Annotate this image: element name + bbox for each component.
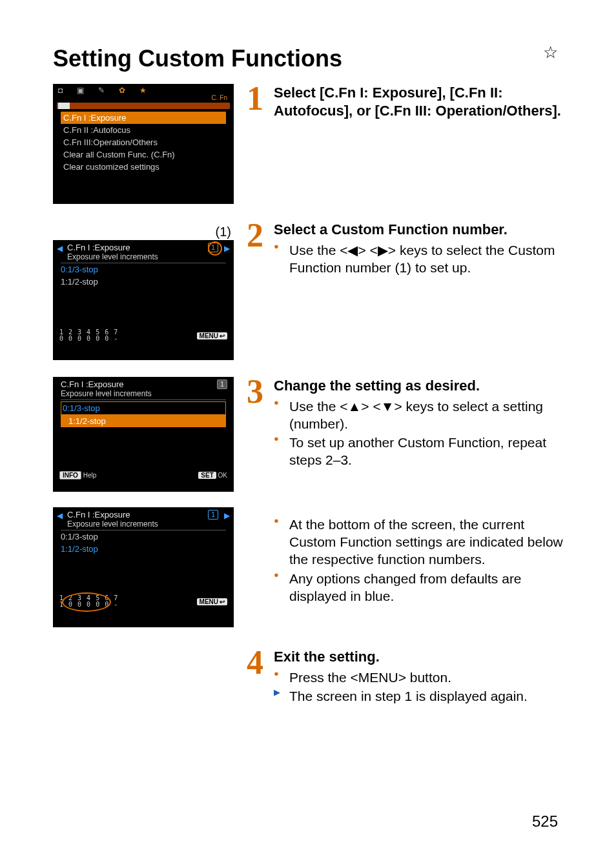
key-right-icon: ▶ — [378, 243, 388, 257]
step4-bullet1: Press the <MENU> button. — [274, 669, 563, 686]
callout-1-circle — [208, 241, 222, 256]
menu-item-autofocus: C.Fn II :Autofocus — [61, 124, 226, 136]
set-ok-badge: SET OK — [198, 472, 227, 479]
callout-oval — [62, 592, 111, 612]
tab-cog-icon: ✿ — [119, 86, 125, 95]
sc4-subtitle: Exposure level increments — [67, 520, 227, 529]
step4-bullet2: The screen in step 1 is displayed again. — [274, 687, 563, 705]
sc3-badge: 1 — [217, 379, 227, 389]
tab-star-icon: ★ — [139, 86, 147, 95]
step-number-1: 1 — [247, 84, 274, 122]
menu-item-clear-custom: Clear customized settings — [61, 161, 226, 173]
star-icon: ☆ — [543, 43, 558, 63]
menu-item-operation: C.Fn III:Operation/Others — [61, 136, 226, 148]
step-number-2: 2 — [247, 221, 274, 278]
key-up-icon: ▲ — [347, 399, 361, 414]
menu-item-clear-all: Clear all Custom Func. (C.Fn) — [61, 148, 226, 161]
step3-bullet1: Use the <▲> <▼> keys to select a setting… — [274, 398, 563, 433]
screenshot-step3b: C.Fn I :Exposure 1 Exposure level increm… — [53, 507, 234, 627]
sc2-indicator: 1 2 3 4 5 6 7 0 0 0 0 0 0 - — [59, 329, 118, 342]
menu-return-badge: MENU — [197, 598, 227, 605]
step3-bullet3: At the bottom of the screen, the current… — [274, 516, 563, 569]
tab-play-icon: ▣ — [77, 86, 84, 95]
step4-heading: Exit the setting. — [274, 648, 563, 666]
arrow-left-icon — [57, 244, 63, 253]
page-title: Setting Custom Functions — [53, 45, 563, 72]
menu-label: MENU — [358, 670, 398, 685]
info-help-badge: INFO Help — [59, 471, 96, 479]
sc4-badge: 1 — [208, 510, 218, 520]
screenshot-step2: (1) C.Fn I :Exposure 1 Exposure level in… — [53, 240, 234, 360]
screenshot-step1: ◘ ▣ ✎ ✿ ★ C. Fn C.Fn I :Exposure C.Fn II… — [53, 84, 234, 204]
sc4-indicator: 1 2 3 4 5 6 7 1 0 0 0 0 0 - — [59, 595, 118, 608]
tab-wrench-icon: ✎ — [98, 86, 105, 95]
sc3-title: C.Fn I :Exposure — [61, 379, 124, 389]
key-down-icon: ▼ — [381, 399, 395, 414]
sc3-subtitle: Exposure level increments — [61, 389, 227, 398]
menu-item-exposure: C.Fn I :Exposure — [61, 112, 226, 124]
page-number: 525 — [532, 812, 558, 831]
callout-1-label: (1) — [216, 225, 231, 239]
step-number-3: 3 — [247, 377, 274, 470]
sc2-subtitle: Exposure level increments — [67, 252, 227, 261]
sc2-opt0: 0:1/3-stop — [53, 263, 234, 276]
cfn-label: C. Fn — [53, 94, 234, 101]
sc2-opt1: 1:1/2-stop — [53, 276, 234, 288]
step3-bullet2: To set up another Custom Function, repea… — [274, 434, 563, 469]
sc2-title: C.Fn I :Exposure — [67, 243, 130, 252]
step2-heading: Select a Custom Function number. — [274, 221, 563, 239]
tab-camera-icon: ◘ — [58, 86, 63, 95]
sc3-opt1: 1:1/2-stop — [61, 415, 226, 427]
step1-heading: Select [C.Fn I: Exposure], [C.Fn II: Aut… — [274, 84, 563, 119]
sc4-opt1: 1:1/2-stop — [53, 543, 234, 555]
arrow-right-icon — [224, 244, 230, 253]
arrow-left-icon — [57, 511, 63, 520]
sc3-opt0: 0:1/3-stop — [61, 401, 226, 415]
step3-heading: Change the setting as desired. — [274, 377, 563, 395]
sc4-opt0: 0:1/3-stop — [53, 530, 234, 543]
screenshot-step3a: C.Fn I :Exposure 1 Exposure level increm… — [53, 377, 234, 492]
arrow-right-icon — [224, 511, 230, 520]
sc4-title: C.Fn I :Exposure — [67, 510, 130, 520]
step-number-4: 4 — [247, 648, 274, 706]
key-left-icon: ◀ — [347, 243, 358, 257]
step2-bullet1: Use the <◀> <▶> keys to select the Custo… — [274, 241, 563, 277]
step3-bullet4: Any options changed from defaults are di… — [274, 570, 563, 605]
menu-return-badge: MENU — [197, 332, 227, 339]
